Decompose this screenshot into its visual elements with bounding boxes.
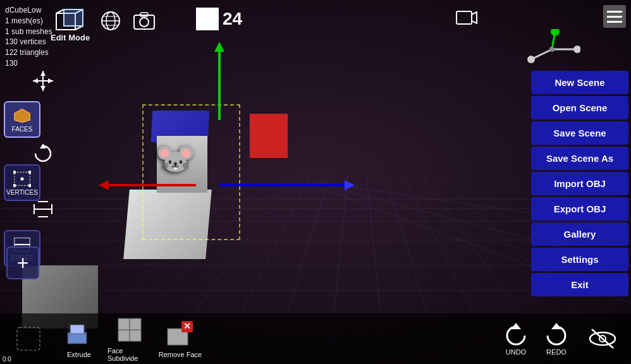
- svg-rect-36: [456, 11, 472, 24]
- eye-icon: [587, 327, 618, 351]
- svg-point-54: [13, 170, 16, 173]
- svg-point-58: [20, 177, 23, 180]
- right-menu-panel: New Scene Open Scene Save Scene Save Sce…: [529, 68, 631, 299]
- svg-point-43: [527, 56, 535, 63]
- face-subdivide-icon: [115, 315, 144, 344]
- extrude-icon-svg: [65, 320, 93, 348]
- export-obj-btn[interactable]: Export OBJ: [531, 197, 628, 221]
- navigation-gizmo[interactable]: [524, 29, 580, 67]
- undo-redo-group: UNDO REDO: [502, 322, 570, 356]
- bottom-coordinates: 0:0: [0, 355, 14, 364]
- empty-slot-icon: [14, 324, 43, 353]
- svg-rect-66: [17, 327, 40, 350]
- hamburger-menu-btn[interactable]: [603, 5, 626, 28]
- mesh-count: 1 mesh(es): [5, 16, 52, 27]
- new-scene-btn[interactable]: New Scene: [531, 71, 628, 94]
- visibility-toggle-btn[interactable]: [587, 327, 618, 351]
- camera-icon-btn[interactable]: [455, 9, 478, 31]
- redo-label: REDO: [546, 348, 567, 356]
- triangle-count: 122 triangles: [5, 47, 52, 58]
- exit-btn[interactable]: Exit: [531, 273, 628, 296]
- save-scene-btn[interactable]: Save Scene: [531, 121, 628, 145]
- undo-label: UNDO: [506, 348, 526, 356]
- left-toolbar: FACES VERTICES: [4, 101, 40, 267]
- globe-icon: [100, 10, 121, 32]
- add-object-btn[interactable]: +: [6, 246, 39, 279]
- settings-btn[interactable]: Settings: [531, 248, 628, 271]
- object-name: dCubeLow: [5, 5, 52, 16]
- svg-marker-77: [511, 323, 521, 329]
- svg-marker-37: [472, 12, 477, 23]
- svg-point-42: [573, 46, 580, 53]
- vertices-label: VERTICES: [6, 189, 38, 196]
- viewport[interactable]: 🐭 dCubeLow 1 mesh(es) 1 sub meshes 130 v…: [0, 0, 631, 364]
- svg-marker-78: [551, 323, 561, 329]
- remove-face-tool-btn[interactable]: ✕ Remove Face: [158, 319, 202, 358]
- hamburger-line-2: [607, 16, 622, 18]
- vertices-tool-btn[interactable]: VERTICES: [4, 164, 40, 201]
- mouse-character: 🐭: [155, 139, 196, 178]
- vertex-count: 130 vertices: [5, 37, 52, 47]
- empty-slot-svg: [15, 325, 42, 353]
- rotate-icon: [32, 142, 54, 165]
- svg-marker-47: [40, 71, 46, 76]
- rotate-icon-btn[interactable]: [32, 142, 54, 167]
- faces-icon-svg: [13, 107, 31, 124]
- face-subdivide-label: Face Subdivide: [107, 347, 152, 362]
- svg-point-56: [13, 183, 16, 186]
- svg-point-55: [28, 170, 31, 173]
- move-icon: [32, 70, 54, 92]
- fps-counter: 24: [196, 8, 242, 30]
- redo-icon: [542, 322, 570, 346]
- svg-point-34: [140, 18, 149, 27]
- svg-line-70: [84, 325, 87, 332]
- svg-marker-49: [33, 78, 38, 83]
- open-scene-btn[interactable]: Open Scene: [531, 96, 628, 119]
- screenshot-icon-btn[interactable]: [133, 11, 156, 35]
- scale-icon: [32, 199, 54, 219]
- svg-line-69: [68, 325, 70, 332]
- scale-icon-btn[interactable]: [32, 199, 54, 222]
- faces-tool-btn[interactable]: FACES: [4, 101, 40, 138]
- remove-face-icon-svg: ✕: [166, 320, 194, 348]
- svg-point-57: [28, 183, 31, 186]
- svg-point-41: [551, 29, 560, 36]
- remove-face-icon: ✕: [166, 319, 195, 348]
- svg-rect-67: [68, 332, 87, 344]
- svg-marker-27: [64, 9, 83, 26]
- import-obj-btn[interactable]: Import OBJ: [531, 172, 628, 195]
- undo-icon: [502, 322, 530, 346]
- fps-box: [196, 8, 219, 30]
- globe-icon-btn[interactable]: [100, 10, 121, 36]
- svg-point-44: [549, 47, 554, 52]
- gizmo-y-axis[interactable]: [218, 51, 221, 120]
- redo-btn[interactable]: REDO: [542, 322, 570, 356]
- extrude-tool-btn[interactable]: Extrude: [57, 319, 101, 358]
- extra-count: 130: [5, 58, 52, 69]
- hamburger-line-3: [607, 21, 622, 23]
- camera-icon: [455, 9, 478, 27]
- coords-value: 0:0: [3, 356, 11, 363]
- subdivide-icon-svg: [116, 316, 144, 344]
- hamburger-line-1: [607, 11, 622, 13]
- empty-tool-slot: [6, 324, 51, 353]
- add-icon: +: [17, 252, 29, 275]
- undo-btn[interactable]: UNDO: [502, 322, 530, 356]
- svg-text:✕: ✕: [183, 321, 191, 331]
- gizmo-x-axis[interactable]: [107, 184, 196, 186]
- faces-icon: [13, 107, 31, 124]
- gizmo-z-axis[interactable]: [219, 184, 346, 186]
- object-info-panel: dCubeLow 1 mesh(es) 1 sub meshes 130 ver…: [5, 5, 52, 69]
- face-subdivide-tool-btn[interactable]: Face Subdivide: [107, 315, 152, 362]
- svg-marker-51: [15, 109, 30, 122]
- extrude-label: Extrude: [67, 351, 91, 358]
- save-scene-as-btn[interactable]: Save Scene As: [531, 147, 628, 170]
- vertices-icon: [13, 170, 31, 188]
- remove-face-label: Remove Face: [159, 351, 202, 358]
- fps-value: 24: [223, 9, 242, 29]
- move-icon-btn[interactable]: [32, 70, 54, 95]
- cube-object-red: [250, 114, 288, 158]
- gallery-btn[interactable]: Gallery: [531, 222, 628, 246]
- svg-marker-48: [40, 86, 46, 91]
- svg-marker-50: [48, 78, 53, 83]
